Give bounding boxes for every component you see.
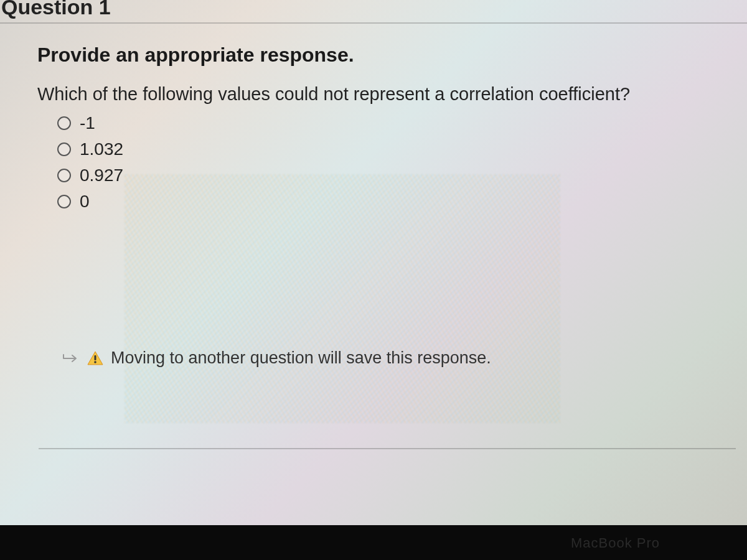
question-text: Which of the following values could not … <box>37 84 722 105</box>
content-bottom-border <box>39 448 736 449</box>
warning-triangle-icon <box>87 350 103 366</box>
answer-option-3[interactable]: 0 <box>57 192 722 212</box>
option-label: 0.927 <box>80 166 123 185</box>
option-label: 0 <box>80 192 90 212</box>
answer-options-list: -1 1.032 0.927 0 <box>57 113 722 212</box>
svg-point-1 <box>94 361 96 363</box>
radio-icon <box>57 116 71 130</box>
answer-option-2[interactable]: 0.927 <box>57 166 722 185</box>
question-content: Provide an appropriate response. Which o… <box>37 44 722 218</box>
arrow-right-icon <box>62 352 80 365</box>
prompt-heading: Provide an appropriate response. <box>37 44 722 67</box>
svg-rect-0 <box>95 355 96 360</box>
radio-icon <box>57 142 71 156</box>
answer-option-0[interactable]: -1 <box>57 113 722 133</box>
radio-icon <box>57 169 71 182</box>
option-label: 1.032 <box>80 139 123 159</box>
option-label: -1 <box>80 113 95 133</box>
warning-text: Moving to another question will save thi… <box>111 348 491 368</box>
device-label: MacBook Pro <box>571 535 660 551</box>
navigation-warning: Moving to another question will save thi… <box>62 348 491 368</box>
answer-option-1[interactable]: 1.032 <box>57 139 722 159</box>
question-number-header: Question 1 <box>0 0 111 19</box>
header-divider <box>0 22 747 24</box>
radio-icon <box>57 195 71 208</box>
